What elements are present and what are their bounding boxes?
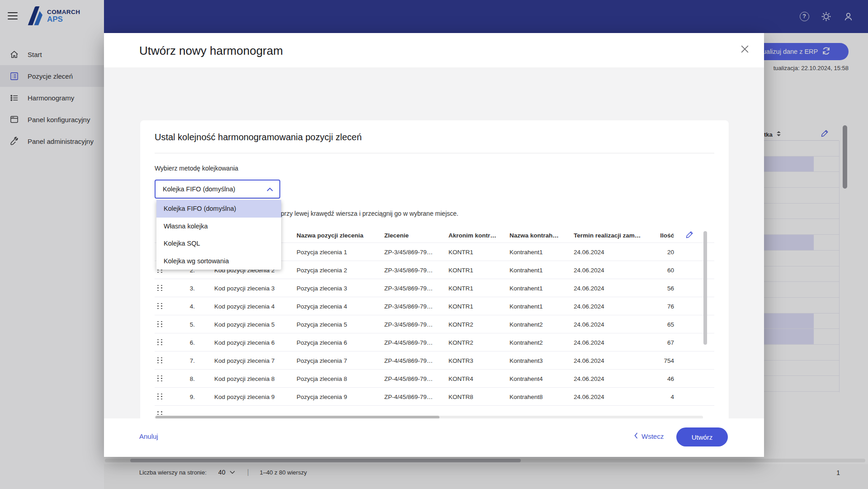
drag-handle-icon[interactable]: [157, 321, 163, 328]
cell-order: ZP-3/45/869-79…: [384, 303, 433, 309]
edit-columns-pencil-icon[interactable]: [685, 230, 694, 241]
queue-method-menu: Kolejka FIFO (domyślna)Własna kolejkaKol…: [156, 200, 281, 270]
cell-order: ZP-3/45/869-79…: [384, 285, 433, 291]
cell-quantity: 56: [634, 285, 674, 291]
cell-item-code: Kod pozycji zlecenia 3: [214, 285, 275, 291]
cell-item-name: Pozycja zlecenia 4: [297, 303, 347, 309]
drag-handle-icon[interactable]: [157, 285, 163, 291]
table-row[interactable]: 6.Kod pozycji zlecenia 6Pozycja zlecenia…: [155, 333, 714, 351]
divider: [155, 153, 714, 153]
cell-item-name: Pozycja zlecenia 5: [297, 321, 347, 328]
dropdown-option[interactable]: Własna kolejka: [156, 218, 281, 235]
drag-handle-icon[interactable]: [157, 339, 163, 346]
drag-handle-icon[interactable]: [157, 411, 163, 415]
cell-row-number: 7.: [183, 357, 195, 364]
cell-order: ZP-3/45/869-79…: [384, 321, 433, 328]
cell-due-date: 24.06.2024: [574, 339, 604, 346]
queue-settings-card: Ustal kolejność harmonogramowania pozycj…: [140, 120, 729, 435]
cell-quantity: 46: [634, 375, 674, 382]
back-button[interactable]: Wstecz: [634, 432, 664, 440]
cell-item-code: Kod pozycji zlecenia 9: [214, 393, 275, 400]
drag-handle-icon[interactable]: [157, 375, 163, 382]
queue-method-select[interactable]: Kolejka FIFO (domyślna): [155, 180, 280, 199]
section-title: Ustal kolejność harmonogramowania pozycj…: [155, 132, 362, 142]
column-header: Zlecenie: [384, 232, 409, 239]
cell-due-date: 24.06.2024: [574, 266, 604, 273]
queue-method-value: Kolejka FIFO (domyślna): [163, 185, 267, 193]
cell-contractor-name: Kontrahent1: [509, 248, 543, 255]
cell-quantity: 76: [634, 303, 674, 309]
cell-contractor-name: Kontrahent2: [509, 321, 543, 328]
cell-row-number: 4.: [183, 303, 195, 309]
cell-due-date: 24.06.2024: [574, 303, 604, 309]
cell-quantity: 20: [634, 248, 674, 255]
close-icon[interactable]: [739, 43, 750, 54]
modal-body: Ustal kolejność harmonogramowania pozycj…: [104, 67, 764, 418]
queue-method-label: Wybierz metodę kolejkowania: [155, 165, 238, 172]
create-button[interactable]: Utwórz: [676, 427, 728, 446]
cell-item-name: Pozycja zlecenia 9: [297, 393, 347, 400]
column-header: Akronim kontr…: [448, 232, 496, 239]
cell-item-name: Pozycja zlecenia 2: [297, 266, 347, 273]
chevron-up-icon: [267, 185, 273, 193]
cell-item-name: Pozycja zlecenia 3: [297, 285, 347, 291]
cell-contractor-acronym: KONTR4: [448, 375, 473, 382]
cell-item-code: Kod pozycji zlecenia 7: [214, 357, 275, 364]
dropdown-option[interactable]: Kolejka SQL: [156, 235, 281, 252]
table-row[interactable]: 5.Kod pozycji zlecenia 5Pozycja zlecenia…: [155, 315, 714, 333]
column-header: Ilość: [634, 232, 674, 239]
cell-row-number: 8.: [183, 375, 195, 382]
cell-order: ZP-4/45/869-79…: [384, 375, 433, 382]
table-row[interactable]: 3.Kod pozycji zlecenia 3Pozycja zlecenia…: [155, 279, 714, 297]
drag-handle-icon[interactable]: [157, 357, 163, 364]
chevron-left-icon: [634, 432, 638, 440]
cell-due-date: 24.06.2024: [574, 248, 604, 255]
cell-contractor-name: Kontrahent2: [509, 339, 543, 346]
cell-contractor-acronym: KONTR1: [448, 303, 473, 309]
column-header: Nazwa pozycji zlecenia: [297, 232, 363, 239]
cell-item-code: Kod pozycji zlecenia 5: [214, 321, 275, 328]
cancel-button[interactable]: Anuluj: [139, 432, 158, 440]
cell-contractor-name: Kontrahent1: [509, 266, 543, 273]
drag-handle-icon[interactable]: [157, 303, 163, 309]
cell-contractor-name: Kontrahent1: [509, 303, 543, 309]
cell-contractor-name: Kontrahent3: [509, 357, 543, 364]
table-row[interactable]: 8.Kod pozycji zlecenia 8Pozycja zlecenia…: [155, 370, 714, 388]
cell-contractor-name: Kontrahent4: [509, 375, 543, 382]
cell-item-name: Pozycja zlecenia 7: [297, 357, 347, 364]
cell-row-number: 9.: [183, 393, 195, 400]
table-row[interactable]: 9.Kod pozycji zlecenia 9Pozycja zlecenia…: [155, 388, 714, 406]
table-row[interactable]: 4.Kod pozycji zlecenia 4Pozycja zlecenia…: [155, 297, 714, 315]
cell-contractor-acronym: KONTR2: [448, 339, 473, 346]
app-root: COMARCH APS Start Pozycje zleceń: [0, 0, 868, 489]
cell-item-name: Pozycja zlecenia 8: [297, 375, 347, 382]
back-button-label: Wstecz: [642, 432, 664, 440]
cell-quantity: 60: [634, 266, 674, 273]
cell-order: ZP-4/45/869-79…: [384, 393, 433, 400]
cell-contractor-acronym: KONTR1: [448, 248, 473, 255]
cell-quantity: 4: [634, 393, 674, 400]
dropdown-option[interactable]: Kolejka FIFO (domyślna): [156, 200, 281, 218]
modal-footer: Anuluj Wstecz Utwórz: [104, 418, 764, 457]
create-schedule-modal: Utwórz nowy harmonogram Ustal kolejność …: [104, 33, 764, 457]
cell-order: ZP-3/45/869-79…: [384, 248, 433, 255]
cell-quantity: 65: [634, 321, 674, 328]
cell-quantity: 67: [634, 339, 674, 346]
column-header: Nazwa kontrah…: [509, 232, 559, 239]
cell-due-date: 24.06.2024: [574, 285, 604, 291]
cell-row-number: 3.: [183, 285, 195, 291]
dropdown-option[interactable]: Kolejka wg sortowania: [156, 252, 281, 270]
cell-item-name: Pozycja zlecenia 1: [297, 248, 347, 255]
drag-hint-text: przy lewej krawędź wiersza i przeciągnij…: [281, 210, 458, 217]
cell-item-name: Pozycja zlecenia 6: [297, 339, 347, 346]
cell-contractor-name: Kontrahent8: [509, 393, 543, 400]
cell-order: ZP-4/45/869-79…: [384, 339, 433, 346]
cell-item-code: Kod pozycji zlecenia 8: [214, 375, 275, 382]
table-row[interactable]: 7.Kod pozycji zlecenia 7Pozycja zlecenia…: [155, 351, 714, 370]
cell-contractor-acronym: KONTR1: [448, 285, 473, 291]
cell-contractor-acronym: KONTR8: [448, 393, 473, 400]
table-vertical-scrollbar[interactable]: [703, 231, 707, 345]
cell-due-date: 24.06.2024: [574, 393, 604, 400]
cell-order: ZP-4/45/869-79…: [384, 357, 433, 364]
drag-handle-icon[interactable]: [157, 394, 163, 400]
